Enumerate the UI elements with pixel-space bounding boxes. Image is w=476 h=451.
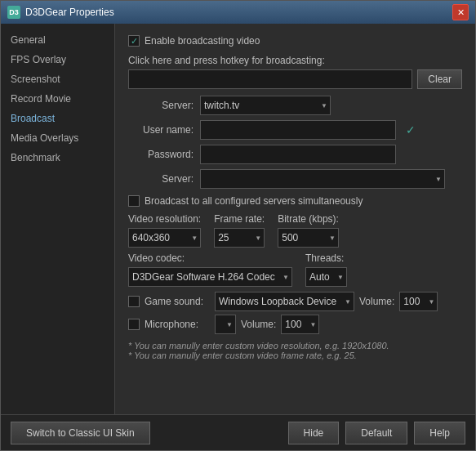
codec-row: Video codec: D3DGear Software H.264 Code…	[128, 252, 462, 287]
server-select[interactable]: twitch.tv	[200, 96, 331, 115]
framerate-select-wrapper: 25 30 60	[214, 228, 265, 248]
sidebar: General FPS Overlay Screenshot Record Mo…	[1, 24, 115, 414]
microphone-device-wrapper	[215, 315, 236, 334]
password-label: Password:	[128, 149, 194, 160]
sidebar-item-screenshot[interactable]: Screenshot	[1, 69, 114, 89]
username-row: User name: ✓	[128, 120, 462, 140]
video-codec-label: Video codec:	[128, 252, 292, 264]
game-sound-volume-select[interactable]: 100 75 50 25 0	[399, 292, 438, 311]
threads-label: Threads:	[305, 252, 347, 264]
resolution-select-wrapper: 640x360 1280x720 1920x1080	[128, 228, 201, 248]
password-input[interactable]	[200, 145, 396, 164]
framerate-group: Frame rate: 25 30 60	[214, 213, 265, 248]
microphone-row: Microphone: Volume: 100 75 50 25 0	[128, 315, 462, 334]
resolution-select[interactable]: 640x360 1280x720 1920x1080	[128, 228, 201, 248]
resolution-group: Video resolution: 640x360 1280x720 1920x…	[128, 213, 201, 248]
clear-button[interactable]: Clear	[417, 69, 462, 89]
codec-group: Video codec: D3DGear Software H.264 Code…	[128, 252, 292, 287]
hotkey-row: Click here and press hotkey for broadcas…	[128, 55, 462, 89]
notes: * You can manully enter custom video res…	[128, 341, 462, 360]
bitrate-select[interactable]: 500 1000 2000	[278, 228, 339, 248]
sidebar-item-record-movie[interactable]: Record Movie	[1, 89, 114, 109]
server-label: Server:	[128, 100, 194, 111]
microphone-label: Microphone:	[145, 319, 210, 330]
server2-select[interactable]	[200, 169, 445, 189]
default-button[interactable]: Default	[345, 422, 407, 444]
window: D3 D3DGear Properties ✕ General FPS Over…	[0, 0, 476, 451]
sidebar-item-general[interactable]: General	[1, 30, 114, 50]
game-sound-volume-label: Volume:	[359, 296, 394, 307]
sidebar-item-benchmark[interactable]: Benchmark	[1, 148, 114, 167]
threads-group: Threads: Auto 1 2 4	[305, 252, 347, 287]
hotkey-input-row: Clear	[128, 69, 462, 89]
window-title: D3DGear Properties	[25, 7, 447, 18]
codec-select[interactable]: D3DGear Software H.264 Codec	[128, 267, 292, 287]
server-select-wrapper: twitch.tv	[200, 96, 331, 115]
close-button[interactable]: ✕	[452, 4, 469, 20]
game-sound-row: Game sound: Windows Loopback Device Volu…	[128, 292, 462, 311]
hotkey-label: Click here and press hotkey for broadcas…	[128, 55, 462, 66]
check-icon: ✓	[406, 123, 416, 136]
hotkey-input[interactable]	[128, 69, 412, 89]
enable-row: Enable broadcasting video	[128, 35, 462, 47]
game-sound-label: Game sound:	[145, 296, 210, 307]
server2-select-wrapper	[200, 169, 445, 189]
enable-checkbox[interactable]	[128, 35, 140, 47]
help-button[interactable]: Help	[414, 422, 465, 444]
game-sound-device-select[interactable]: Windows Loopback Device	[215, 292, 354, 311]
microphone-volume-label: Volume:	[241, 319, 276, 330]
broadcast-all-checkbox[interactable]	[128, 195, 140, 207]
codec-select-wrapper: D3DGear Software H.264 Codec	[128, 267, 292, 287]
password-row: Password:	[128, 145, 462, 164]
main-panel: Enable broadcasting video Click here and…	[115, 24, 475, 414]
bottom-left: Switch to Classic UI Skin	[11, 422, 282, 444]
bitrate-group: Bitrate (kbps): 500 1000 2000	[278, 213, 339, 248]
sidebar-item-media-overlays[interactable]: Media Overlays	[1, 128, 114, 148]
hide-button[interactable]: Hide	[288, 422, 340, 444]
server2-label: Server:	[128, 173, 194, 185]
microphone-volume-select[interactable]: 100 75 50 25 0	[281, 315, 319, 334]
frame-rate-label: Frame rate:	[214, 213, 265, 225]
bitrate-select-wrapper: 500 1000 2000	[278, 228, 339, 248]
framerate-select[interactable]: 25 30 60	[214, 228, 265, 248]
switch-skin-button[interactable]: Switch to Classic UI Skin	[11, 422, 150, 444]
titlebar: D3 D3DGear Properties ✕	[1, 1, 475, 24]
enable-label: Enable broadcasting video	[145, 35, 260, 47]
sidebar-item-fps-overlay[interactable]: FPS Overlay	[1, 50, 114, 69]
bitrate-label: Bitrate (kbps):	[278, 213, 339, 225]
app-icon: D3	[7, 6, 20, 19]
microphone-device-select[interactable]	[215, 315, 236, 334]
game-sound-volume-wrapper: 100 75 50 25 0	[399, 292, 438, 311]
sidebar-item-broadcast[interactable]: Broadcast	[1, 109, 114, 128]
broadcast-all-row: Broadcast to all configured servers simu…	[128, 195, 462, 207]
server2-row: Server:	[128, 169, 462, 189]
resolution-row: Video resolution: 640x360 1280x720 1920x…	[128, 213, 462, 248]
content-area: General FPS Overlay Screenshot Record Mo…	[1, 24, 475, 414]
game-sound-device-wrapper: Windows Loopback Device	[215, 292, 354, 311]
bottom-right: Hide Default Help	[288, 422, 465, 444]
microphone-checkbox[interactable]	[128, 319, 140, 330]
bottom-bar: Switch to Classic UI Skin Hide Default H…	[1, 414, 475, 450]
video-resolution-label: Video resolution:	[128, 213, 201, 225]
username-input[interactable]	[200, 120, 396, 140]
username-label: User name:	[128, 124, 194, 136]
note2: * You can manully enter custom video fra…	[128, 351, 462, 360]
microphone-volume-wrapper: 100 75 50 25 0	[281, 315, 319, 334]
threads-select[interactable]: Auto 1 2 4	[305, 267, 347, 287]
broadcast-all-label: Broadcast to all configured servers simu…	[145, 195, 363, 207]
threads-select-wrapper: Auto 1 2 4	[305, 267, 347, 287]
server-row: Server: twitch.tv	[128, 96, 462, 115]
note1: * You can manully enter custom video res…	[128, 341, 462, 351]
game-sound-checkbox[interactable]	[128, 296, 140, 307]
